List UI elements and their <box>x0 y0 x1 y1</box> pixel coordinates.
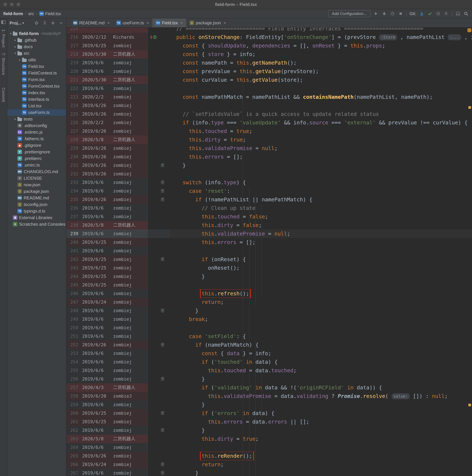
tool-window-icon[interactable] <box>1 20 6 24</box>
tab-close-icon[interactable]: × <box>223 20 226 25</box>
tree-item-src[interactable]: ▾src <box>7 50 66 56</box>
blame-annotation[interactable]: 2562019/6/6zombiej <box>67 375 148 383</box>
breadcrumb-item-src[interactable]: src <box>28 11 34 16</box>
minimize-window-button[interactable] <box>10 2 14 6</box>
tree-item-tests[interactable]: ▸tests <box>7 116 66 122</box>
gutter-marker-icon[interactable] <box>161 428 164 432</box>
code-line[interactable]: const namePathMatch = namePathList && co… <box>170 93 472 101</box>
code-line[interactable] <box>170 323 472 332</box>
code-line[interactable]: } <box>170 161 472 170</box>
overriding-method-icon[interactable] <box>151 35 157 39</box>
blame-annotation[interactable]: 2452019/6/25zombiej <box>67 281 148 289</box>
zoom-window-button[interactable] <box>17 2 20 6</box>
play-icon[interactable] <box>373 11 379 16</box>
blame-annotation[interactable]: 2442019/6/25zombiej <box>67 272 148 281</box>
blame-annotation[interactable]: 2622019/6/6zombiej <box>67 426 148 435</box>
tree-item-.fatherrc.ts[interactable]: TS.fatherrc.ts <box>7 136 66 142</box>
tree-item-useform.ts[interactable]: TSuseForm.ts <box>7 109 66 116</box>
blame-annotation[interactable]: 2162020/2/12Richards <box>67 33 148 41</box>
blame-annotation[interactable]: 2632020/5/8二货机器人 <box>67 435 148 443</box>
blame-annotation[interactable]: 2432019/6/25zombiej <box>67 264 148 272</box>
blame-annotation[interactable]: 2672019/6/6zombiej <box>67 469 148 476</box>
blame-annotation[interactable]: 2482019/6/6zombiej <box>67 306 148 315</box>
code-line[interactable]: } <box>170 426 472 435</box>
blame-annotation[interactable]: 2272019/6/26zombiej <box>67 127 148 136</box>
blame-annotation[interactable]: 2612019/6/25zombiej <box>67 418 148 426</box>
blame-annotation[interactable]: 2362019/6/6zombiej <box>67 204 148 212</box>
tree-item-field-form[interactable]: ▾field-form~/code/diy/f <box>7 30 66 37</box>
add-configuration-button[interactable]: Add Configuration... <box>328 10 370 17</box>
blame-annotation[interactable]: 2552019/6/6zombiej <box>67 366 148 375</box>
code-line[interactable]: this.errors = []; <box>170 153 472 161</box>
code-line[interactable] <box>170 84 472 93</box>
tab-useform.ts[interactable]: TSuseForm.ts× <box>113 18 152 27</box>
tree-item-interface.ts[interactable]: TSinterface.ts <box>7 96 66 102</box>
blame-annotation[interactable]: 2502019/6/6zombiej <box>67 323 148 332</box>
debug-icon[interactable] <box>382 11 387 16</box>
tab-close-icon[interactable]: × <box>107 20 110 25</box>
blame-annotation[interactable]: 2262020/2/2zombiej <box>67 118 148 127</box>
gutter-marker-icon[interactable] <box>161 257 164 261</box>
blame-annotation[interactable]: 2282020/5/8二货机器人 <box>67 136 148 144</box>
tree-item-scratches-and-consoles[interactable]: SScratches and Consoles <box>7 221 66 227</box>
blame-annotation[interactable]: 2522019/6/26zombiej <box>67 340 148 349</box>
breadcrumb-item-field.tsx[interactable]: TSXField.tsx <box>39 11 61 16</box>
tree-item-.umirc.ts[interactable]: TS.umirc.ts <box>7 162 66 168</box>
gutter-marker-icon[interactable] <box>161 198 164 201</box>
code-line[interactable]: if ('errors' in data) { <box>170 409 472 418</box>
code-line[interactable]: this.validatePromise = data.validating ?… <box>170 392 472 400</box>
code-line[interactable]: if ('validating' in data && !('originRCF… <box>170 383 472 392</box>
code-line[interactable] <box>170 281 472 289</box>
tab-field.tsx[interactable]: TSXField.tsx× <box>152 18 186 27</box>
tab-package.json[interactable]: {}package.json× <box>186 18 229 27</box>
tree-item-.gitignore[interactable]: ◆.gitignore <box>7 142 66 149</box>
tree-item-.github[interactable]: ▸.github <box>7 37 66 43</box>
code-line[interactable] <box>170 101 472 110</box>
gutter-marker-icon[interactable] <box>161 189 164 193</box>
tree-item-.prettierrc[interactable]: P.prettierrc <box>7 155 66 162</box>
code-line[interactable]: // Clean up state <box>170 204 472 212</box>
tab-close-icon[interactable]: × <box>147 20 149 25</box>
blame-annotation[interactable]: 215 <box>67 28 148 33</box>
hide-icon[interactable] <box>58 20 64 26</box>
blame-annotation[interactable]: 2392019/6/6zombiej <box>67 229 148 238</box>
tree-item-.eslintrc.js[interactable]: ES.eslintrc.js <box>7 129 66 136</box>
blame-annotation[interactable]: 2242019/6/26zombiej <box>67 101 148 110</box>
search-icon[interactable] <box>463 11 469 16</box>
code-line[interactable]: // `setFieldsValue` is a quick access to… <box>170 110 472 118</box>
blame-annotation[interactable]: 2402019/6/25zombiej <box>67 238 148 247</box>
blame-annotation[interactable]: 2232020/2/2zombiej <box>67 93 148 101</box>
blame-annotation[interactable]: 2302019/6/26zombiej <box>67 153 148 161</box>
code-line[interactable]: this.touched = true; <box>170 127 472 136</box>
tree-arrow-icon[interactable]: ▾ <box>9 32 13 35</box>
code-line[interactable]: } <box>170 306 472 315</box>
code-line[interactable]: this.dirty = false; <box>170 221 472 229</box>
code-line[interactable]: return; <box>170 460 472 469</box>
blame-annotation[interactable]: 2382020/5/8二货机器人 <box>67 221 148 229</box>
tree-item-utils[interactable]: ▸utils <box>7 56 66 63</box>
history-icon[interactable] <box>436 11 441 16</box>
gutter-marker-icon[interactable] <box>161 471 164 475</box>
tree-arrow-icon[interactable]: ▾ <box>13 51 17 55</box>
blame-annotation[interactable]: 2222019/6/6zombiej <box>67 84 148 93</box>
breadcrumb-item-field-form[interactable]: field-form <box>3 11 23 16</box>
code-line[interactable]: return; <box>170 298 472 306</box>
code-line[interactable] <box>170 443 472 452</box>
code-line[interactable]: // ========================= Field Entit… <box>170 28 472 33</box>
commit-check-icon[interactable] <box>427 11 433 16</box>
gutter-marker-icon[interactable] <box>161 181 164 184</box>
code-line[interactable]: } <box>170 469 472 476</box>
locate-icon[interactable] <box>34 20 39 26</box>
code-line[interactable]: } <box>170 400 472 409</box>
tool-button-commit[interactable]: Commit <box>1 88 6 102</box>
blame-annotation[interactable]: 2542019/6/6zombiej <box>67 358 148 366</box>
blame-annotation[interactable]: 2352019/6/26zombiej <box>67 195 148 204</box>
blame-annotation[interactable]: 2602019/6/25zombiej <box>67 409 148 418</box>
gutter-marker-icon[interactable] <box>161 343 164 346</box>
tree-item-field.tsx[interactable]: TSXField.tsx <box>7 63 66 70</box>
code-line[interactable]: this.touched = data.touched; <box>170 366 472 375</box>
rollback-icon[interactable] <box>444 11 449 16</box>
tree-item-changelog.md[interactable]: MDCHANGELOG.md <box>7 168 66 175</box>
gear-icon[interactable] <box>50 20 55 26</box>
layout-icon[interactable] <box>455 11 460 16</box>
